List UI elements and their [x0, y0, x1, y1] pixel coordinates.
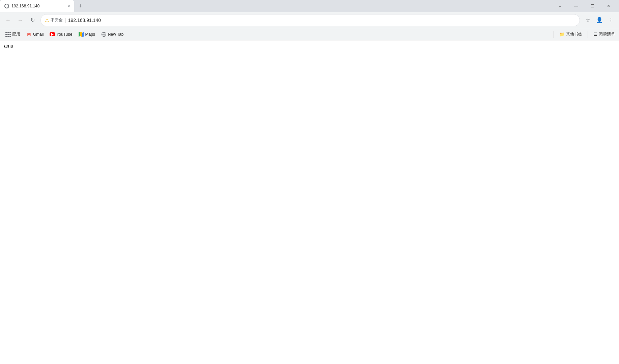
read-later-icon: ☰	[593, 32, 597, 37]
forward-button[interactable]: →	[15, 15, 26, 26]
back-button[interactable]: ←	[3, 15, 13, 26]
youtube-label: YouTube	[56, 32, 72, 37]
bookmark-newtab[interactable]: New Tab	[99, 30, 126, 38]
page-text: amu	[4, 43, 615, 49]
address-bar[interactable]: ⚠ 不安全 |	[40, 14, 580, 26]
other-bookmarks-icon: 📁	[559, 32, 565, 37]
youtube-icon	[50, 32, 55, 37]
tab-close-button[interactable]: ×	[66, 3, 72, 9]
active-tab[interactable]: 192.168.91.140 ×	[0, 0, 74, 12]
bookmarks-bar-right: 📁 其他书签 ☰ 阅读清单	[552, 31, 616, 38]
close-window-button[interactable]: ✕	[601, 0, 616, 12]
read-later-button[interactable]: ☰ 阅读清单	[592, 31, 616, 38]
maps-label: Maps	[85, 32, 95, 37]
separator	[554, 31, 554, 38]
svg-marker-3	[82, 32, 84, 37]
refresh-button[interactable]: ↻	[27, 15, 38, 26]
navigation-bar: ← → ↻ ⚠ 不安全 | ☆ 👤 ⋮	[0, 12, 619, 28]
read-later-label: 阅读清单	[599, 31, 615, 37]
minimize-button[interactable]: —	[568, 0, 584, 12]
security-indicator: ⚠ 不安全	[45, 17, 63, 23]
maps-icon	[79, 32, 84, 37]
other-bookmarks-button[interactable]: 📁 其他书签	[558, 31, 584, 38]
dropdown-button[interactable]: ⌄	[552, 0, 568, 12]
newtab-icon	[101, 32, 107, 37]
apps-button[interactable]: 应用	[3, 30, 23, 38]
bookmarks-bar: 应用 M Gmail YouTube Maps	[0, 28, 619, 40]
apps-grid-icon	[5, 32, 11, 37]
page-content: amu	[0, 40, 619, 51]
url-input[interactable]	[68, 18, 575, 23]
separator2	[588, 31, 588, 38]
bookmark-maps[interactable]: Maps	[76, 30, 98, 38]
globe-icon	[4, 4, 9, 8]
tab-title: 192.168.91.140	[11, 4, 64, 8]
window-controls: ⌄ — ❐ ✕	[552, 0, 619, 12]
tab-favicon	[4, 3, 9, 9]
apps-label: 应用	[12, 31, 20, 37]
address-separator: |	[65, 18, 66, 23]
profile-button[interactable]: 👤	[594, 15, 605, 26]
newtab-label: New Tab	[108, 32, 123, 37]
nav-right-buttons: ☆ 👤 ⋮	[583, 15, 616, 26]
bookmark-star-button[interactable]: ☆	[583, 15, 593, 26]
security-text: 不安全	[51, 17, 63, 23]
warning-icon: ⚠	[45, 18, 49, 23]
other-bookmarks-label: 其他书签	[566, 31, 582, 37]
new-tab-button[interactable]: +	[76, 1, 85, 11]
restore-button[interactable]: ❐	[585, 0, 600, 12]
bookmark-gmail[interactable]: M Gmail	[24, 30, 46, 38]
menu-button[interactable]: ⋮	[606, 15, 616, 26]
gmail-label: Gmail	[33, 32, 44, 37]
tab-bar: 192.168.91.140 × + ⌄ — ❐ ✕	[0, 0, 619, 12]
bookmark-youtube[interactable]: YouTube	[47, 30, 75, 38]
gmail-icon: M	[26, 32, 32, 37]
